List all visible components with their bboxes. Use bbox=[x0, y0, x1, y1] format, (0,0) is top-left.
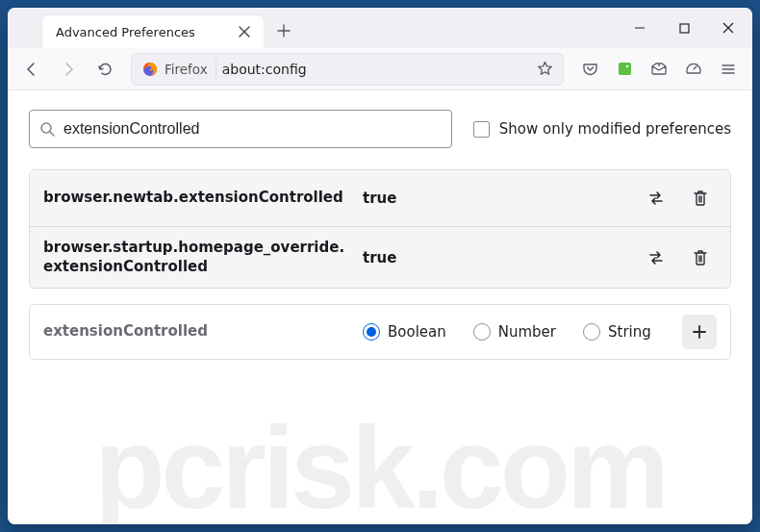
site-identity[interactable]: Firefox bbox=[138, 59, 216, 80]
nav-toolbar: Firefox about:config bbox=[8, 48, 752, 90]
pref-row: browser.startup.homepage_override.extens… bbox=[30, 227, 730, 288]
new-tab-button[interactable] bbox=[269, 16, 298, 45]
reload-button[interactable] bbox=[89, 53, 121, 86]
toggle-pref-button[interactable] bbox=[640, 241, 672, 274]
about-config-page: Show only modified preferences browser.n… bbox=[8, 90, 752, 524]
delete-pref-button[interactable] bbox=[684, 182, 717, 215]
search-row: Show only modified preferences bbox=[29, 110, 731, 148]
minimize-button[interactable] bbox=[618, 9, 662, 47]
window-controls bbox=[618, 8, 750, 48]
pref-search-input[interactable] bbox=[63, 120, 442, 138]
show-modified-toggle[interactable]: Show only modified preferences bbox=[473, 120, 731, 138]
radio-label: String bbox=[608, 323, 651, 341]
svg-rect-2 bbox=[619, 63, 631, 75]
pref-name: browser.startup.homepage_override.extens… bbox=[43, 239, 351, 276]
checkbox-icon bbox=[473, 121, 490, 138]
pref-results: browser.newtab.extensionControlled true … bbox=[29, 169, 731, 289]
forward-button[interactable] bbox=[52, 53, 85, 86]
pref-value: true bbox=[363, 190, 628, 207]
dashboard-icon[interactable] bbox=[677, 53, 710, 86]
back-button[interactable] bbox=[15, 53, 48, 86]
bookmark-star-icon[interactable] bbox=[532, 57, 557, 82]
type-radio-boolean[interactable]: Boolean bbox=[363, 323, 446, 341]
close-tab-icon[interactable] bbox=[235, 22, 254, 41]
url-bar[interactable]: Firefox about:config bbox=[131, 53, 564, 86]
radio-label: Boolean bbox=[388, 323, 446, 341]
tab-strip: Advanced Preferences bbox=[8, 8, 752, 48]
pocket-icon[interactable] bbox=[573, 53, 606, 86]
type-radio-group: Boolean Number String bbox=[363, 323, 671, 341]
url-text: about:config bbox=[222, 62, 526, 77]
radio-icon bbox=[583, 323, 600, 341]
tab-title: Advanced Preferences bbox=[56, 25, 195, 39]
delete-pref-button[interactable] bbox=[684, 241, 717, 274]
new-pref-name: extensionControlled bbox=[43, 322, 351, 342]
pref-search-box[interactable] bbox=[29, 110, 452, 148]
pref-row: browser.newtab.extensionControlled true bbox=[30, 170, 730, 227]
maximize-button[interactable] bbox=[662, 9, 706, 47]
type-radio-number[interactable]: Number bbox=[473, 323, 556, 341]
pref-name: browser.newtab.extensionControlled bbox=[43, 189, 351, 208]
browser-window: Advanced Preferences bbox=[8, 8, 752, 524]
add-pref-button[interactable] bbox=[682, 315, 717, 349]
search-icon bbox=[39, 121, 56, 138]
add-pref-row: extensionControlled Boolean Number Strin… bbox=[29, 304, 731, 360]
firefox-logo-icon bbox=[141, 61, 159, 78]
radio-icon bbox=[363, 323, 380, 341]
inbox-icon[interactable] bbox=[643, 53, 675, 86]
toggle-pref-button[interactable] bbox=[640, 182, 672, 215]
close-window-button[interactable] bbox=[706, 9, 750, 47]
toolbar-right-icons bbox=[573, 53, 745, 86]
show-modified-label: Show only modified preferences bbox=[499, 120, 731, 138]
app-menu-button[interactable] bbox=[712, 53, 745, 86]
radio-icon bbox=[473, 323, 491, 341]
svg-rect-0 bbox=[680, 24, 689, 33]
tab-active[interactable]: Advanced Preferences bbox=[42, 15, 264, 48]
svg-point-4 bbox=[658, 64, 660, 66]
radio-label: Number bbox=[498, 323, 556, 341]
extension-icon[interactable] bbox=[608, 53, 641, 86]
identity-label: Firefox bbox=[165, 62, 208, 77]
pref-value: true bbox=[363, 249, 628, 266]
type-radio-string[interactable]: String bbox=[583, 323, 651, 341]
svg-point-3 bbox=[625, 65, 628, 68]
